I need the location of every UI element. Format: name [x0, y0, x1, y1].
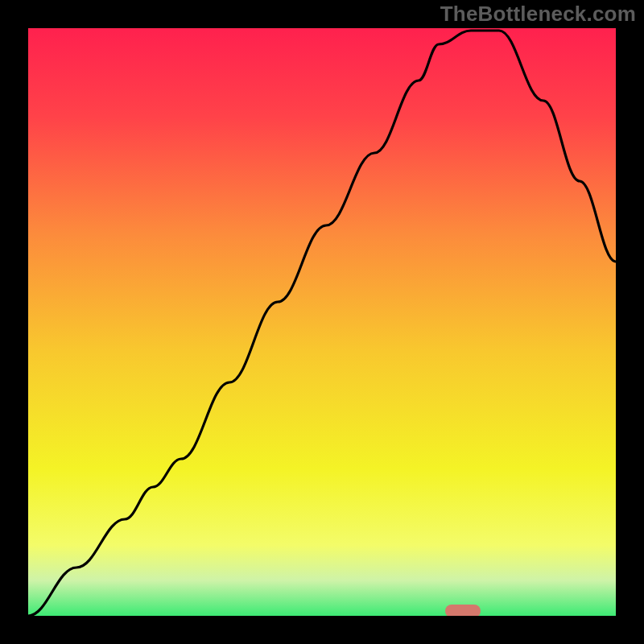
- bottleneck-curve: [28, 31, 616, 616]
- curve-layer: [28, 28, 616, 616]
- optimal-marker: [445, 605, 481, 616]
- chart-frame: TheBottleneck.com: [0, 0, 644, 644]
- watermark-text: TheBottleneck.com: [440, 2, 636, 27]
- plot-area: [28, 28, 616, 616]
